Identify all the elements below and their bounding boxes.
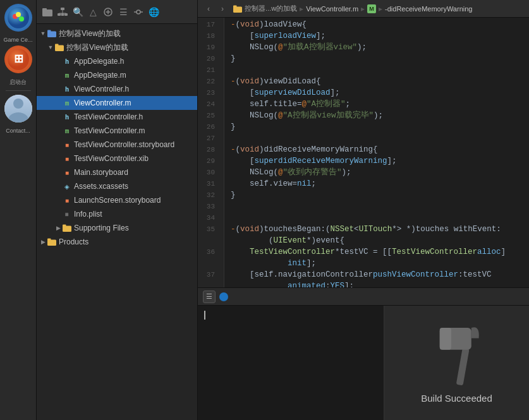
breadcrumb-nav: ‹ › — [203, 3, 228, 15]
sidebar-commit-icon[interactable] — [133, 6, 144, 18]
tree-item-subgroup[interactable]: ▼ 控制器View的加载 — [37, 40, 197, 54]
h-icon-viewcontroller: h — [62, 84, 72, 94]
tree-item-supporting-files[interactable]: ▶ Supporting Files — [37, 221, 197, 235]
storyboard-icon-testvc: ■ — [62, 140, 72, 150]
tree-item-appdelegate-h-label: AppDelegate.h — [74, 57, 124, 66]
tree-item-products[interactable]: ▶ Products — [37, 235, 197, 249]
h-icon-testvc: h — [62, 112, 72, 122]
code-line-18: [super loadView]; — [231, 30, 523, 42]
disclosure-subgroup: ▼ — [47, 44, 54, 51]
disclosure-products: ▶ — [39, 238, 47, 246]
svg-rect-30 — [456, 347, 469, 385]
code-line-19: NSLog(@"加载A控制器view"); — [231, 42, 523, 53]
breadcrumb-sep-1: ▸ — [300, 4, 303, 13]
tree-item-assets[interactable]: ◈ Assets.xcassets — [37, 179, 197, 193]
sidebar-add-icon[interactable] — [102, 6, 114, 18]
breadcrumb-bar: ‹ › 控制器...w的加载 ▸ ViewController.m ▸ M ▸ … — [198, 0, 529, 18]
sidebar-search-icon[interactable]: 🔍 — [72, 6, 83, 18]
sidebar-hierarchy-icon[interactable] — [57, 6, 68, 18]
svg-rect-25 — [63, 225, 66, 227]
svg-text:⊞: ⊞ — [13, 52, 23, 65]
tree-item-root-label: 控制器View的加载 — [59, 28, 121, 39]
debug-toggle-btn[interactable]: ☰ — [203, 291, 216, 303]
build-status: Build Succeeded — [421, 393, 492, 404]
breadcrumb-folder-icon[interactable] — [233, 5, 242, 13]
nav-back-btn[interactable]: ‹ — [203, 3, 214, 15]
tree-item-supporting-label: Supporting Files — [74, 224, 129, 232]
svg-rect-11 — [64, 13, 68, 16]
editor-area: ‹ › 控制器...w的加载 ▸ ViewController.m ▸ M ▸ … — [198, 0, 529, 420]
breadcrumb-sep-2: ▸ — [361, 4, 365, 13]
code-line-32: } — [231, 189, 523, 201]
breadcrumb-project[interactable]: 控制器...w的加载 — [245, 4, 297, 13]
sidebar-warning-icon[interactable]: △ — [87, 6, 99, 18]
breadcrumb-file[interactable]: ViewController.m — [306, 5, 358, 13]
svg-rect-32 — [439, 328, 451, 350]
svg-rect-27 — [47, 239, 51, 241]
code-line-21 — [231, 64, 523, 76]
code-line-33 — [231, 201, 523, 212]
tree-item-infoplist-label: Info.plist — [74, 210, 102, 219]
code-line-29: [super didReceiveMemoryWarning]; — [231, 155, 523, 167]
tree-item-appdelegate-m-label: AppDelegate.m — [74, 71, 126, 80]
sidebar-source-icon[interactable]: ☰ — [118, 6, 129, 18]
tree-item-main-storyboard[interactable]: ■ Main.storyboard — [37, 165, 197, 179]
tree-item-launchscreen-label: LaunchScreen.storyboard — [74, 196, 161, 205]
code-line-35: - (void)touchesBegan:(NSSet<UITouch *> *… — [231, 224, 523, 235]
tree-item-testvc-h[interactable]: h TestViewController.h — [37, 110, 197, 124]
svg-point-3 — [16, 12, 21, 17]
dock-icon-contact[interactable] — [3, 93, 33, 124]
dock-separator — [6, 90, 31, 91]
tree-item-launchscreen[interactable]: ■ LaunchScreen.storyboard — [37, 193, 197, 207]
tree-item-infoplist[interactable]: ≡ Info.plist — [37, 207, 197, 221]
tree-item-testvc-xib-label: TestViewController.xib — [74, 154, 149, 163]
dock-icon-launchpad[interactable]: ⊞ — [3, 44, 33, 75]
svg-rect-21 — [47, 30, 51, 33]
bottom-debug-area: ☰ — [198, 287, 529, 420]
tree-item-assets-label: Assets.xcassets — [74, 182, 128, 191]
sidebar-folder-icon[interactable] — [42, 6, 53, 18]
tree-item-testvc-storyboard[interactable]: ■ TestViewController.storyboard — [37, 138, 197, 152]
tree-item-appdelegate-m[interactable]: m AppDelegate.m — [37, 68, 197, 82]
tree-item-testvc-storyboard-label: TestViewController.storyboard — [74, 140, 174, 149]
folder-icon-root — [47, 28, 57, 39]
svg-rect-23 — [55, 44, 59, 47]
text-cursor — [204, 311, 205, 320]
dock-label-launchpad: 启动台 — [9, 78, 27, 87]
code-line-27 — [231, 133, 523, 144]
code-line-34 — [231, 212, 523, 224]
tree-item-testvc-m[interactable]: m TestViewController.m — [37, 124, 197, 138]
code-line-22: - (void)viewDidLoad { — [231, 76, 523, 87]
console-area[interactable] — [198, 306, 384, 420]
tree-item-viewcontroller-h[interactable]: h ViewController.h — [37, 82, 197, 96]
sidebar: 🔍 △ ☰ 🌐 ▼ 控制器View的加载 ▼ 控制器View的加载 — [37, 0, 198, 420]
svg-rect-7 — [42, 8, 47, 11]
tree-item-main-storyboard-label: Main.storyboard — [74, 168, 128, 177]
tree-item-testvc-h-label: TestViewController.h — [74, 112, 143, 121]
nav-forward-btn[interactable]: › — [217, 3, 228, 15]
debug-toolbar: ☰ — [198, 288, 529, 306]
hammer-icon — [432, 322, 482, 385]
dock-icon-gameCenter[interactable] — [3, 3, 33, 33]
code-line-37: [self.navigationController pushViewContr… — [231, 269, 523, 280]
svg-point-0 — [8, 7, 29, 28]
m-icon-viewcontroller: m — [62, 98, 72, 108]
code-line-17: - (void)loadView { — [231, 19, 523, 30]
tree-item-viewcontroller-m[interactable]: m ViewController.m — [37, 96, 197, 110]
tree-item-testvc-xib[interactable]: ■ TestViewController.xib — [37, 152, 197, 165]
line-numbers: 17 18 19 20 21 22 23 24 25 26 27 28 29 3… — [198, 18, 224, 287]
code-line-28: - (void)didReceiveMemoryWarning { — [231, 144, 523, 155]
code-line-35b: (UIEvent *)event{ — [231, 235, 523, 246]
tree-item-appdelegate-h[interactable]: h AppDelegate.h — [37, 54, 197, 68]
breadcrumb-method[interactable]: -didReceiveMemoryWarning — [385, 5, 472, 13]
code-content[interactable]: - (void)loadView { [super loadView]; NSL… — [224, 18, 529, 287]
xcassets-icon: ◈ — [62, 181, 72, 191]
tree-item-root[interactable]: ▼ 控制器View的加载 — [37, 27, 197, 40]
tree-item-subgroup-label: 控制器View的加载 — [66, 42, 128, 53]
code-line-26: } — [231, 121, 523, 133]
code-line-31: self.view = nil; — [231, 178, 523, 189]
sidebar-toolbar: 🔍 △ ☰ 🌐 — [37, 0, 197, 24]
dock: Game Ce... ⊞ 启动台 Contact... — [0, 0, 37, 420]
sidebar-localize-icon[interactable]: 🌐 — [148, 6, 159, 18]
tree-item-products-label: Products — [59, 237, 88, 246]
